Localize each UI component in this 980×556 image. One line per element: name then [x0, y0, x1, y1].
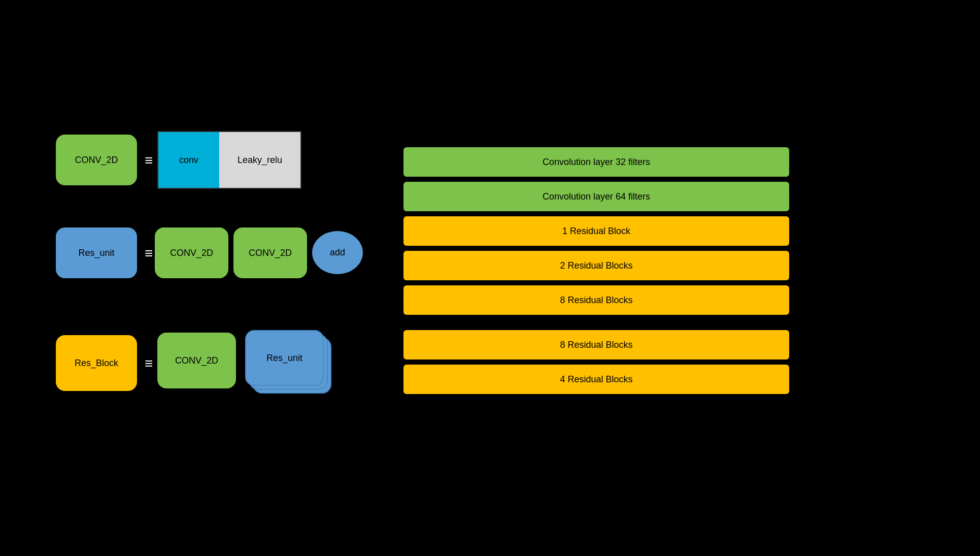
res-block: Res_Block	[56, 335, 137, 391]
conv-inner-label: conv	[179, 155, 198, 166]
conv2d-pair-right-label: CONV_2D	[249, 248, 292, 258]
arch-bar-bar6: 8 Residual Blocks	[403, 330, 789, 359]
conv2d-top-label: CONV_2D	[75, 155, 118, 166]
res-block-label: Res_Block	[75, 358, 118, 369]
conv2d-top-block: CONV_2D	[56, 135, 137, 185]
diagram-area: CONV_2D ≡ conv Leaky_relu Res_unit ≡ CON…	[0, 0, 980, 556]
add-ellipse: add	[312, 231, 363, 274]
add-label: add	[330, 247, 345, 258]
res-unit-label: Res_unit	[78, 248, 114, 258]
leaky-relu-block: Leaky_relu	[219, 132, 300, 188]
arch-bar-bar5: 8 Residual Blocks	[403, 285, 789, 315]
conv2d-bot-label: CONV_2D	[175, 355, 218, 366]
arch-bar-bar4: 2 Residual Blocks	[403, 251, 789, 280]
arch-bar-bar3: 1 Residual Block	[403, 216, 789, 246]
arch-bar-bar2: Convolution layer 64 filters	[403, 182, 789, 211]
equals-top: ≡	[145, 152, 153, 169]
arch-bar-bar7: 4 Residual Blocks	[403, 365, 789, 394]
equals-bot: ≡	[145, 355, 153, 372]
conv-inner-block: conv	[158, 132, 219, 188]
conv2d-pair-right: CONV_2D	[233, 227, 307, 278]
res-unit-block: Res_unit	[56, 227, 137, 278]
leaky-relu-label: Leaky_relu	[238, 155, 282, 166]
conv2d-bot-block: CONV_2D	[157, 333, 236, 388]
res-unit-stack-label: Res_unit	[266, 353, 302, 364]
conv2d-pair-left: CONV_2D	[155, 227, 228, 278]
conv2d-pair: CONV_2D CONV_2D	[155, 227, 307, 278]
equals-mid-symbol: ≡	[145, 245, 153, 261]
res-unit-card-front: Res_unit	[245, 330, 324, 386]
conv2d-pair-left-label: CONV_2D	[170, 248, 213, 258]
equals-mid: ≡	[145, 245, 153, 261]
conv-leaky-box: conv Leaky_relu	[157, 131, 301, 189]
equals-top-symbol: ≡	[145, 152, 153, 168]
arch-panel: Convolution layer 32 filtersConvolution …	[403, 147, 789, 399]
arch-bar-bar1: Convolution layer 32 filters	[403, 147, 789, 177]
equals-bot-symbol: ≡	[145, 355, 153, 371]
